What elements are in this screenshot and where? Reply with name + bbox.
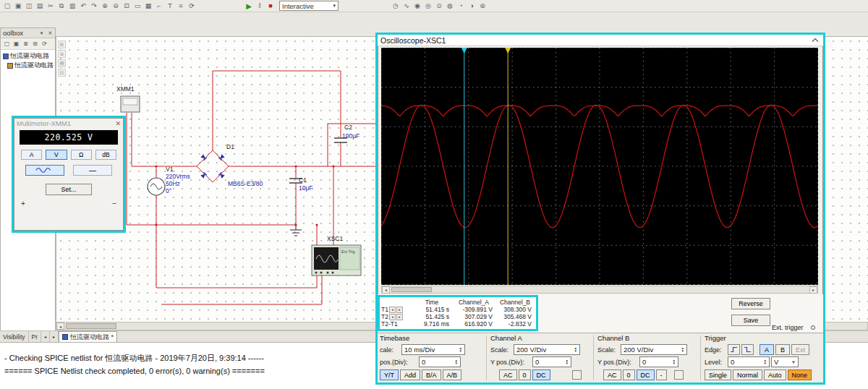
wattmeter-icon[interactable]: ◉: [412, 1, 422, 11]
scope-scrollbar[interactable]: ◂ ▸: [381, 286, 818, 294]
channel-b-minus-button[interactable]: -: [656, 369, 667, 380]
channel-b-probe-button[interactable]: [674, 370, 684, 380]
new-schematic-icon[interactable]: ▢: [2, 39, 12, 48]
db-mode-button[interactable]: dB: [95, 150, 116, 160]
tree-item-design[interactable]: 恒流驱动电路: [1, 51, 55, 61]
ohms-mode-button[interactable]: Ω: [71, 150, 92, 160]
trigger-source-b-button[interactable]: B: [775, 344, 790, 355]
pause-simulation-button[interactable]: ‖: [255, 1, 265, 11]
trigger-level-input[interactable]: 0 ▲▼: [728, 356, 770, 367]
trigger-unit-dropdown[interactable]: V ▼: [771, 356, 799, 367]
ac-mode-button[interactable]: [25, 165, 64, 176]
collapse-icon[interactable]: [812, 38, 819, 43]
t2-left-button[interactable]: ◂: [389, 314, 396, 320]
close-icon[interactable]: ✕: [115, 120, 121, 127]
undo-icon[interactable]: ↶: [78, 1, 88, 11]
interactive-analysis-dropdown[interactable]: Interactive ▾: [279, 1, 339, 11]
cut-icon[interactable]: ✂: [46, 1, 56, 11]
channel-a-dc-button[interactable]: DC: [532, 369, 550, 380]
trigger-normal-button[interactable]: Normal: [733, 369, 762, 380]
oscilloscope-titlebar[interactable]: Oscilloscope-XSC1: [378, 35, 823, 46]
amps-mode-button[interactable]: A: [21, 150, 42, 160]
ground-symbol[interactable]: [290, 225, 302, 236]
channel-a-scale-input[interactable]: 200 V/Div ▲▼: [514, 344, 580, 355]
expand-tree-icon[interactable]: ⊞: [30, 39, 40, 48]
timebase-xpos-input[interactable]: 0 ▲▼: [419, 356, 461, 367]
zoom-out-icon[interactable]: ⊖: [111, 1, 121, 11]
print-icon[interactable]: ▤: [35, 1, 45, 11]
rising-edge-button[interactable]: [728, 344, 740, 355]
t1-left-button[interactable]: ◂: [389, 307, 396, 313]
hierarchy-view-icon[interactable]: ≣: [21, 39, 30, 48]
spinner-icon[interactable]: ▲▼: [764, 359, 767, 365]
tab-active-sheet[interactable]: 恒流驱动电路 *: [59, 331, 117, 342]
bridge-rectifier-d1[interactable]: [200, 154, 224, 178]
channel-a-ypos-input[interactable]: 0 ▲▼: [532, 356, 571, 367]
place-wire-icon[interactable]: ⌐: [154, 1, 164, 11]
oscilloscope-instrument-icon[interactable]: ◎: [423, 1, 433, 11]
dc-mode-button[interactable]: —: [73, 165, 112, 176]
channel-a-ac-button[interactable]: AC: [499, 369, 517, 380]
scrollbar-thumb[interactable]: [66, 323, 116, 329]
channel-b-ypos-input[interactable]: 0 ▲▼: [639, 356, 678, 367]
logic-analyzer-icon[interactable]: ⊚: [477, 1, 488, 11]
spectrum-analyzer-icon[interactable]: ◑: [467, 1, 477, 11]
tree-item-sheet[interactable]: 恒流驱动电路: [1, 61, 55, 70]
add-mode-button[interactable]: Add: [400, 369, 420, 380]
zoom-in-icon[interactable]: ⊕: [100, 1, 110, 11]
ab-mode-button[interactable]: A/B: [443, 369, 462, 380]
frequency-counter-icon[interactable]: ◍: [445, 1, 455, 11]
copy-icon[interactable]: ⧉: [56, 1, 67, 11]
timebase-scale-input[interactable]: 10 ms/Div ▲▼: [401, 344, 465, 355]
channel-a-zero-button[interactable]: 0: [519, 369, 531, 380]
spinner-icon[interactable]: ▲▼: [681, 347, 684, 353]
tab-scroll-left-icon[interactable]: ◂: [41, 331, 50, 342]
channel-b-scale-input[interactable]: 200 V/Div ▲▼: [621, 344, 687, 355]
reverse-button[interactable]: Reverse: [731, 298, 770, 309]
scroll-left-icon[interactable]: ◂: [56, 322, 64, 330]
rotate-icon[interactable]: ⟳: [187, 1, 197, 11]
paste-icon[interactable]: ▥: [67, 1, 77, 11]
function-generator-icon[interactable]: ∿: [401, 1, 412, 11]
multimeter-xmm1-component[interactable]: [121, 96, 140, 112]
channel-a-probe-button[interactable]: [572, 370, 582, 380]
t1-right-button[interactable]: ▸: [396, 307, 403, 313]
oscilloscope-display[interactable]: [381, 48, 818, 285]
place-component-icon[interactable]: ≡: [176, 1, 186, 11]
redo-icon[interactable]: ↷: [89, 1, 99, 11]
trigger-single-button[interactable]: Single: [705, 369, 731, 380]
falling-edge-button[interactable]: [741, 344, 754, 355]
stop-simulation-button[interactable]: ■: [265, 1, 276, 11]
ext-trigger-terminal-icon[interactable]: [811, 325, 815, 330]
channel-b-zero-button[interactable]: 0: [623, 369, 635, 380]
tab-visibility[interactable]: Visibility: [0, 331, 29, 342]
trigger-source-a-button[interactable]: A: [760, 344, 774, 355]
grid-toggle-icon[interactable]: ▦: [143, 1, 153, 11]
spinner-icon[interactable]: ▲▼: [455, 359, 458, 365]
multimeter-titlebar[interactable]: Multimeter-XMM1 ✕: [14, 118, 124, 129]
zoom-fit-icon[interactable]: ▭: [132, 1, 142, 11]
scroll-right-icon[interactable]: ▸: [809, 286, 817, 294]
new-file-icon[interactable]: ▢: [2, 1, 12, 11]
open-file-icon[interactable]: ▣: [13, 1, 23, 11]
ac-source-v1[interactable]: [148, 178, 165, 195]
tab-project[interactable]: Pr: [29, 331, 42, 342]
ba-mode-button[interactable]: B/A: [422, 369, 441, 380]
spinner-icon[interactable]: ▲▼: [566, 359, 569, 365]
channel-b-ac-button[interactable]: AC: [603, 369, 621, 380]
multimeter-instrument-icon[interactable]: ◷: [391, 1, 401, 11]
volts-mode-button[interactable]: V: [46, 150, 67, 160]
trigger-source-ext-button[interactable]: Ext: [791, 344, 809, 355]
tab-scroll-right-icon[interactable]: ▸: [50, 331, 59, 342]
refresh-tree-icon[interactable]: ⟳: [40, 39, 49, 48]
panel-collapse-icon[interactable]: ▾: [38, 29, 46, 37]
t2-right-button[interactable]: ▸: [396, 314, 403, 320]
save-button[interactable]: Save: [731, 315, 770, 326]
open-design-icon[interactable]: ▣: [12, 39, 21, 48]
scrollbar-thumb[interactable]: [391, 287, 432, 292]
multimeter-set-button[interactable]: Set...: [46, 184, 92, 195]
distortion-analyzer-icon[interactable]: ◔: [456, 1, 466, 11]
place-text-icon[interactable]: T: [165, 1, 175, 11]
yt-mode-button[interactable]: Y/T: [380, 369, 399, 380]
panel-close-icon[interactable]: ✕: [46, 29, 54, 37]
